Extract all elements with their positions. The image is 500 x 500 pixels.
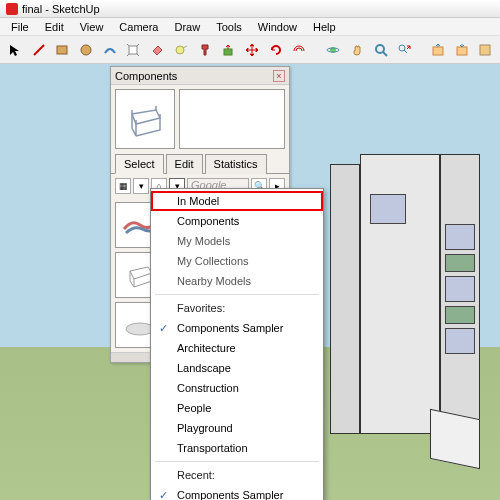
dropdown-item-nearby[interactable]: Nearby Models (151, 271, 323, 291)
svg-rect-11 (480, 45, 490, 55)
panel-header[interactable]: Components × (111, 67, 289, 85)
menu-draw[interactable]: Draw (167, 19, 207, 35)
library-dropdown-menu: In Model Components My Models My Collect… (150, 188, 324, 500)
menu-file[interactable]: File (4, 19, 36, 35)
dropdown-fav-item[interactable]: Construction (151, 378, 323, 398)
close-icon[interactable]: × (273, 70, 285, 82)
app-icon (6, 3, 18, 15)
eraser-tool-icon[interactable] (146, 39, 168, 61)
menu-window[interactable]: Window (251, 19, 304, 35)
offset-tool-icon[interactable] (289, 39, 311, 61)
rotate-tool-icon[interactable] (265, 39, 287, 61)
arc-tool-icon[interactable] (99, 39, 121, 61)
dropdown-favorites-header: Favorites: (151, 298, 323, 318)
component-tool-icon[interactable] (123, 39, 145, 61)
component-preview (115, 89, 175, 149)
dropdown-item-my-collections[interactable]: My Collections (151, 251, 323, 271)
zoom-extents-tool-icon[interactable] (393, 39, 415, 61)
view-mode-icon[interactable]: ▦ (115, 178, 131, 194)
dropdown-fav-item[interactable]: Architecture (151, 338, 323, 358)
zoom-tool-icon[interactable] (370, 39, 392, 61)
svg-rect-9 (433, 47, 443, 55)
dropdown-item-components[interactable]: Components (151, 211, 323, 231)
tab-edit[interactable]: Edit (166, 154, 203, 174)
check-icon: ✓ (159, 322, 168, 335)
window-title: final - SketchUp (22, 3, 100, 15)
nav-dropdown-icon[interactable]: ▾ (133, 178, 149, 194)
dropdown-fav-item[interactable]: Transportation (151, 438, 323, 458)
tape-tool-icon[interactable] (170, 39, 192, 61)
dropdown-item-my-models[interactable]: My Models (151, 231, 323, 251)
rectangle-tool-icon[interactable] (51, 39, 73, 61)
tab-statistics[interactable]: Statistics (205, 154, 267, 174)
pushpull-tool-icon[interactable] (217, 39, 239, 61)
toolbar (0, 36, 500, 64)
dropdown-recent-item[interactable]: ✓Components Sampler (151, 485, 323, 500)
menu-bar: File Edit View Camera Draw Tools Window … (0, 18, 500, 36)
circle-tool-icon[interactable] (75, 39, 97, 61)
dropdown-fav-item[interactable]: People (151, 398, 323, 418)
menu-view[interactable]: View (73, 19, 111, 35)
check-icon: ✓ (159, 489, 168, 500)
component-description[interactable] (179, 89, 285, 149)
panel-tabs: Select Edit Statistics (111, 153, 289, 174)
tab-select[interactable]: Select (115, 154, 164, 174)
title-bar: final - SketchUp (0, 0, 500, 18)
panel-title: Components (115, 70, 177, 82)
pan-tool-icon[interactable] (346, 39, 368, 61)
dropdown-recent-header: Recent: (151, 465, 323, 485)
dropdown-fav-item[interactable]: ✓Components Sampler (151, 318, 323, 338)
svg-point-3 (176, 46, 184, 54)
line-tool-icon[interactable] (28, 39, 50, 61)
orbit-tool-icon[interactable] (322, 39, 344, 61)
dropdown-fav-item[interactable]: Playground (151, 418, 323, 438)
svg-point-1 (81, 45, 91, 55)
svg-rect-0 (57, 46, 67, 54)
extension-icon[interactable] (474, 39, 496, 61)
menu-edit[interactable]: Edit (38, 19, 71, 35)
get-models-icon[interactable] (427, 39, 449, 61)
svg-rect-10 (457, 47, 467, 55)
dropdown-item-in-model[interactable]: In Model (151, 191, 323, 211)
svg-rect-2 (129, 46, 137, 54)
dropdown-separator (155, 294, 319, 295)
menu-tools[interactable]: Tools (209, 19, 249, 35)
move-tool-icon[interactable] (241, 39, 263, 61)
share-model-icon[interactable] (451, 39, 473, 61)
dropdown-fav-item[interactable]: Landscape (151, 358, 323, 378)
menu-help[interactable]: Help (306, 19, 343, 35)
menu-camera[interactable]: Camera (112, 19, 165, 35)
svg-rect-4 (224, 49, 232, 55)
svg-point-7 (376, 45, 384, 53)
dropdown-separator (155, 461, 319, 462)
paint-tool-icon[interactable] (194, 39, 216, 61)
select-tool-icon[interactable] (4, 39, 26, 61)
